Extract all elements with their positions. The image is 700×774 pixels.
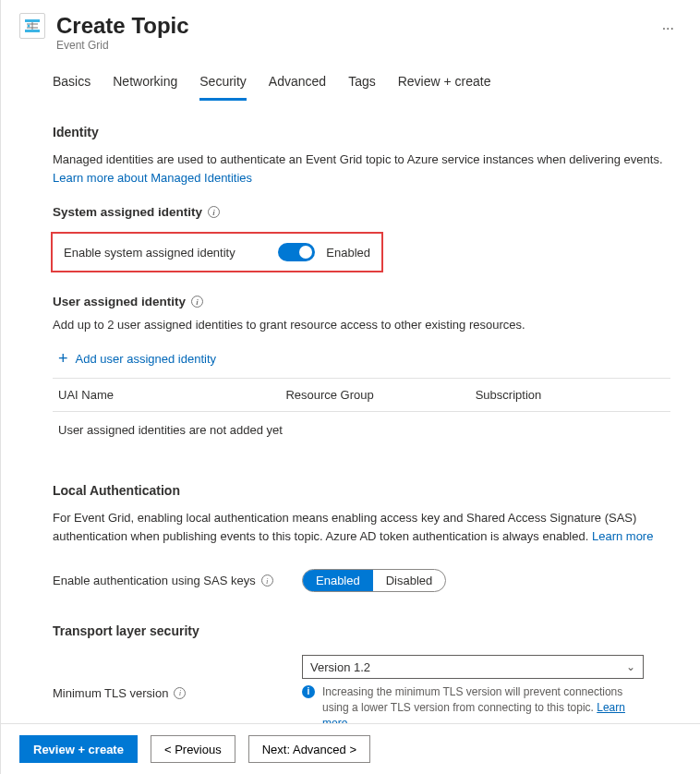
tab-basics[interactable]: Basics xyxy=(53,67,91,101)
local-auth-desc: For Event Grid, enabling local authentic… xyxy=(53,509,670,545)
page-title: Create Topic xyxy=(56,13,644,39)
sas-field-label-text: Enable authentication using SAS keys xyxy=(53,574,256,587)
plus-icon: + xyxy=(58,350,68,367)
info-icon[interactable] xyxy=(174,687,186,699)
tab-tags[interactable]: Tags xyxy=(348,67,376,101)
system-identity-title: System assigned identity xyxy=(53,205,670,219)
next-button[interactable]: Next: Advanced > xyxy=(248,735,370,763)
svg-point-2 xyxy=(28,25,30,28)
sas-option-enabled[interactable]: Enabled xyxy=(303,570,373,591)
tab-advanced[interactable]: Advanced xyxy=(269,67,326,101)
add-user-identity-label: Add user assigned identity xyxy=(76,352,216,366)
tls-version-select[interactable]: Version 1.2 ⌄ xyxy=(302,655,644,679)
tls-selected-value: Version 1.2 xyxy=(310,660,370,674)
review-create-button[interactable]: Review + create xyxy=(19,735,138,763)
local-auth-desc-text: For Event Grid, enabling local authentic… xyxy=(53,511,636,543)
tls-callout-text: Increasing the minimum TLS version will … xyxy=(322,685,622,714)
user-identity-title: User assigned identity xyxy=(53,295,670,308)
svg-rect-0 xyxy=(25,19,40,22)
local-auth-learn-more-link[interactable]: Learn more xyxy=(592,529,653,543)
sas-segmented-control: Enabled Disabled xyxy=(302,569,446,592)
system-identity-toggle-label: Enable system assigned identity xyxy=(64,246,235,260)
system-identity-title-text: System assigned identity xyxy=(53,205,202,219)
tls-field-label-text: Minimum TLS version xyxy=(53,686,168,700)
local-auth-title: Local Authentication xyxy=(53,483,670,498)
uai-col-sub: Subscription xyxy=(476,388,665,402)
chevron-down-icon: ⌄ xyxy=(626,660,635,673)
info-icon[interactable] xyxy=(261,574,273,587)
uai-col-name: UAI Name xyxy=(58,388,285,402)
system-identity-highlight-box: Enable system assigned identity Enabled xyxy=(51,232,383,272)
identity-desc-text: Managed identities are used to authentic… xyxy=(53,152,663,166)
footer-bar: Review + create < Previous Next: Advance… xyxy=(1,723,700,774)
sas-field-label: Enable authentication using SAS keys xyxy=(53,574,302,587)
tab-review-create[interactable]: Review + create xyxy=(398,67,491,101)
tab-security[interactable]: Security xyxy=(199,67,247,101)
identity-section-title: Identity xyxy=(53,125,670,139)
info-icon[interactable] xyxy=(208,206,220,218)
tab-bar: Basics Networking Security Advanced Tags… xyxy=(1,57,700,101)
info-icon[interactable] xyxy=(191,296,203,308)
page-subtitle: Event Grid xyxy=(56,39,644,52)
uai-empty-row: User assigned identities are not added y… xyxy=(53,412,670,465)
tls-field-label: Minimum TLS version xyxy=(53,686,302,700)
uai-col-rg: Resource Group xyxy=(285,388,475,402)
add-user-identity-button[interactable]: + Add user assigned identity xyxy=(58,345,670,372)
previous-button[interactable]: < Previous xyxy=(151,735,235,763)
identity-desc: Managed identities are used to authentic… xyxy=(53,151,670,187)
identity-learn-more-link[interactable]: Learn more about Managed Identities xyxy=(53,171,252,185)
sas-option-disabled[interactable]: Disabled xyxy=(373,570,446,591)
resource-icon xyxy=(19,13,45,39)
svg-rect-1 xyxy=(25,30,40,32)
uai-table-header: UAI Name Resource Group Subscription xyxy=(53,378,670,412)
user-identity-desc: Add up to 2 user assigned identities to … xyxy=(53,318,670,332)
system-identity-toggle-state: Enabled xyxy=(326,246,370,260)
info-solid-icon: i xyxy=(302,685,315,698)
more-button[interactable]: ... xyxy=(655,13,682,37)
tab-networking[interactable]: Networking xyxy=(113,67,177,101)
user-identity-title-text: User assigned identity xyxy=(53,295,186,308)
system-identity-toggle[interactable] xyxy=(278,243,315,261)
tls-title: Transport layer security xyxy=(53,623,670,638)
